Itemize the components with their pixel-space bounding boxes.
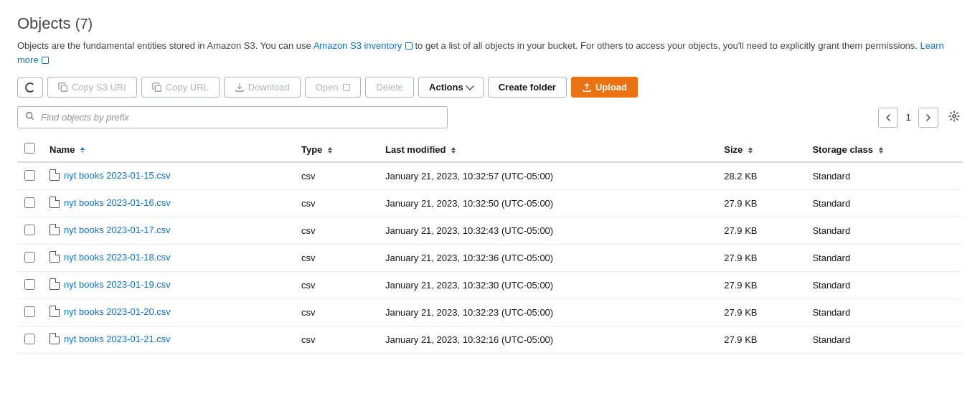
row-size-cell: 27.9 KB <box>717 217 805 245</box>
row-type-cell: csv <box>294 326 378 354</box>
file-link[interactable]: nyt books 2023-01-20.csv <box>50 306 171 317</box>
row-size-cell: 27.9 KB <box>717 326 805 354</box>
row-name-cell: nyt books 2023-01-19.csv <box>42 272 294 299</box>
row-checkbox-cell <box>17 272 42 299</box>
copy-url-button[interactable]: Copy URL <box>141 77 220 98</box>
row-checkbox[interactable] <box>24 306 35 317</box>
select-all-checkbox[interactable] <box>24 143 35 154</box>
file-link[interactable]: nyt books 2023-01-17.csv <box>50 224 171 235</box>
file-name: nyt books 2023-01-20.csv <box>64 306 171 317</box>
type-column-header[interactable]: Type <box>294 137 378 162</box>
upload-icon <box>582 82 592 93</box>
file-name: nyt books 2023-01-21.csv <box>64 334 171 344</box>
file-link[interactable]: nyt books 2023-01-15.csv <box>50 169 171 181</box>
last-modified-column-header[interactable]: Last modified <box>378 137 717 162</box>
pagination-next-button[interactable] <box>918 108 938 128</box>
file-icon <box>50 333 60 344</box>
table-row: nyt books 2023-01-16.csv csv January 21,… <box>17 190 963 217</box>
file-name: nyt books 2023-01-16.csv <box>64 197 171 208</box>
file-name: nyt books 2023-01-17.csv <box>64 225 171 235</box>
create-folder-button[interactable]: Create folder <box>488 77 567 98</box>
row-storage-class-cell: Standard <box>805 245 963 272</box>
type-sort-icon <box>328 147 332 154</box>
copy-s3-uri-button[interactable]: Copy S3 URI <box>47 77 137 98</box>
row-name-cell: nyt books 2023-01-20.csv <box>42 299 294 326</box>
open-button[interactable]: Open <box>305 77 362 98</box>
row-last-modified-cell: January 21, 2023, 10:32:57 (UTC-05:00) <box>378 162 717 190</box>
search-input[interactable] <box>41 112 440 123</box>
toolbar: Copy S3 URI Copy URL Download Open Delet… <box>17 77 963 98</box>
objects-table: Name Type Last modified <box>17 137 963 354</box>
row-storage-class-cell: Standard <box>805 162 963 190</box>
row-size-cell: 27.9 KB <box>717 272 805 299</box>
table-row: nyt books 2023-01-18.csv csv January 21,… <box>17 245 963 272</box>
row-checkbox[interactable] <box>24 279 35 290</box>
file-link[interactable]: nyt books 2023-01-19.csv <box>50 278 171 290</box>
file-icon <box>50 224 60 235</box>
row-checkbox[interactable] <box>24 252 35 263</box>
row-checkbox[interactable] <box>24 170 35 181</box>
row-checkbox-cell <box>17 299 42 326</box>
row-checkbox-cell <box>17 245 42 272</box>
row-type-cell: csv <box>294 245 378 272</box>
search-row: 1 <box>17 106 963 128</box>
file-name: nyt books 2023-01-15.csv <box>64 170 171 181</box>
copy-url-icon <box>152 82 162 93</box>
storage-class-column-header[interactable]: Storage class <box>805 137 963 162</box>
row-size-cell: 27.9 KB <box>717 190 805 217</box>
row-name-cell: nyt books 2023-01-17.csv <box>42 217 294 245</box>
row-type-cell: csv <box>294 217 378 245</box>
page-number: 1 <box>903 112 914 123</box>
select-all-header <box>17 137 42 162</box>
table-row: nyt books 2023-01-19.csv csv January 21,… <box>17 272 963 299</box>
copy-icon <box>58 82 68 93</box>
row-checkbox[interactable] <box>24 334 35 344</box>
refresh-button[interactable] <box>17 77 43 98</box>
file-icon <box>50 169 60 181</box>
row-type-cell: csv <box>294 272 378 299</box>
svg-rect-1 <box>155 85 161 91</box>
inventory-link[interactable]: Amazon S3 inventory <box>314 40 413 51</box>
row-checkbox-cell <box>17 162 42 190</box>
file-link[interactable]: nyt books 2023-01-18.csv <box>50 251 171 263</box>
external-icon <box>343 84 350 91</box>
row-checkbox-cell <box>17 326 42 354</box>
search-container <box>17 106 448 128</box>
row-type-cell: csv <box>294 299 378 326</box>
file-icon <box>50 306 60 317</box>
row-name-cell: nyt books 2023-01-21.csv <box>42 326 294 354</box>
file-link[interactable]: nyt books 2023-01-21.csv <box>50 333 171 344</box>
file-link[interactable]: nyt books 2023-01-16.csv <box>50 197 171 208</box>
download-button[interactable]: Download <box>224 77 301 98</box>
row-checkbox[interactable] <box>24 197 35 208</box>
settings-icon <box>948 110 960 122</box>
table-settings-button[interactable] <box>946 108 963 128</box>
delete-button[interactable]: Delete <box>365 77 414 98</box>
row-type-cell: csv <box>294 190 378 217</box>
table-row: nyt books 2023-01-20.csv csv January 21,… <box>17 299 963 326</box>
size-column-header[interactable]: Size <box>717 137 805 162</box>
row-last-modified-cell: January 21, 2023, 10:32:23 (UTC-05:00) <box>378 299 717 326</box>
search-icon <box>25 111 35 123</box>
pagination-prev-button[interactable] <box>878 108 898 128</box>
table-row: nyt books 2023-01-17.csv csv January 21,… <box>17 217 963 245</box>
row-size-cell: 28.2 KB <box>717 162 805 190</box>
row-last-modified-cell: January 21, 2023, 10:32:43 (UTC-05:00) <box>378 217 717 245</box>
row-last-modified-cell: January 21, 2023, 10:32:50 (UTC-05:00) <box>378 190 717 217</box>
row-name-cell: nyt books 2023-01-18.csv <box>42 245 294 272</box>
row-checkbox-cell <box>17 190 42 217</box>
file-name: nyt books 2023-01-19.csv <box>64 279 171 290</box>
chevron-right-icon <box>925 113 931 122</box>
file-icon <box>50 278 60 290</box>
row-checkbox[interactable] <box>24 225 35 235</box>
file-icon <box>50 197 60 208</box>
row-checkbox-cell <box>17 217 42 245</box>
svg-rect-0 <box>61 85 67 91</box>
storage-class-sort-icon <box>879 147 883 154</box>
table-row: nyt books 2023-01-15.csv csv January 21,… <box>17 162 963 190</box>
download-icon <box>235 82 245 93</box>
actions-button[interactable]: Actions <box>418 77 484 98</box>
name-column-header[interactable]: Name <box>42 137 294 162</box>
page-title: Objects (7) <box>17 14 963 33</box>
upload-button[interactable]: Upload <box>571 77 638 98</box>
